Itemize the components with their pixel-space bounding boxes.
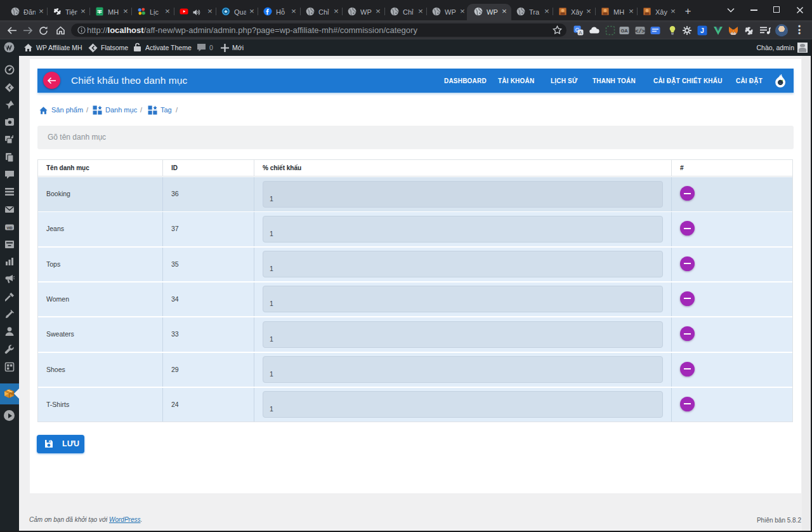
svg-text:</>: </>	[635, 29, 645, 35]
svg-text:GA: GA	[620, 28, 628, 34]
svg-text:J: J	[700, 27, 704, 34]
svg-text:VID: VID	[6, 226, 12, 230]
svg-text:A: A	[579, 30, 582, 36]
